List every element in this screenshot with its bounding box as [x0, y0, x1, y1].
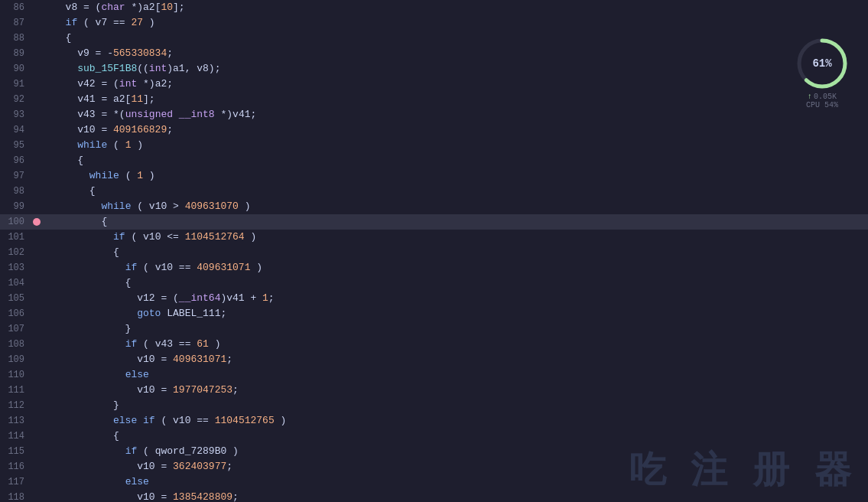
code-line: 108 if ( v43 == 61 ) [0, 337, 868, 352]
code-content: sub_15F1B8((int)a1, v8); [54, 61, 868, 77]
code-line: 97 while ( 1 ) [0, 168, 868, 184]
line-number: 114 [0, 431, 31, 442]
code-line: 94 v10 = 409166829; [0, 122, 868, 138]
code-content: { [54, 429, 868, 444]
line-number: 118 [0, 492, 31, 502]
code-content: v43 = *(unsigned __int8 *)v41; [54, 107, 868, 122]
code-content: { [54, 275, 868, 291]
code-line: 112 } [0, 398, 868, 413]
code-line: 87 if ( v7 == 27 ) [0, 15, 868, 31]
line-number: 109 [0, 354, 31, 365]
code-line: 100 { [0, 214, 868, 230]
line-number: 112 [0, 400, 31, 411]
line-number: 113 [0, 416, 31, 426]
code-line: 86 v8 = (char *)a2[10]; [0, 0, 868, 15]
line-number: 92 [0, 94, 31, 105]
code-line: 92 v41 = a2[11]; [0, 92, 868, 107]
code-line: 95 while ( 1 ) [0, 138, 868, 153]
code-content: } [54, 321, 868, 337]
code-content: if ( qword_7289B0 ) [54, 444, 868, 459]
code-line: 109 v10 = 409631071; [0, 352, 868, 367]
line-number: 93 [0, 109, 31, 120]
line-number: 108 [0, 339, 31, 350]
cpu-indicator: 61% ↑ 0.05K CPU 54% [792, 42, 853, 103]
code-content: { [54, 214, 868, 230]
cpu-stats: ↑ 0.05K CPU 54% [806, 93, 838, 109]
code-content: { [54, 153, 868, 168]
line-number: 97 [0, 171, 31, 181]
code-content: else [54, 367, 868, 383]
line-number: 104 [0, 278, 31, 288]
line-number: 100 [0, 217, 31, 227]
code-content: v9 = -565330834; [54, 46, 868, 61]
line-number: 90 [0, 64, 31, 74]
line-number: 106 [0, 308, 31, 319]
code-content: v10 = 1385428809; [54, 490, 868, 502]
cpu-percent: 61% [812, 57, 831, 70]
code-line: 93 v43 = *(unsigned __int8 *)v41; [0, 107, 868, 122]
code-content: if ( v7 == 27 ) [54, 15, 868, 31]
code-line: 105 v12 = (__int64)v41 + 1; [0, 291, 868, 306]
breakpoint-area[interactable] [31, 218, 43, 226]
code-content: else if ( v10 == 1104512765 ) [54, 413, 868, 429]
code-editor: 86 v8 = (char *)a2[10]; 87 if ( v7 == 27… [0, 0, 868, 502]
code-line: 91 v42 = (int *)a2; [0, 77, 868, 92]
line-number: 98 [0, 186, 31, 197]
line-number: 101 [0, 232, 31, 243]
line-number: 116 [0, 461, 31, 472]
line-number: 89 [0, 48, 31, 59]
code-line: 113 else if ( v10 == 1104512765 ) [0, 413, 868, 429]
code-line: 96 { [0, 153, 868, 168]
line-number: 87 [0, 18, 31, 28]
code-lines-container: 86 v8 = (char *)a2[10]; 87 if ( v7 == 27… [0, 0, 868, 502]
code-line: 114 { [0, 429, 868, 444]
code-content: v8 = (char *)a2[10]; [54, 0, 868, 15]
code-line: 88 { [0, 31, 868, 46]
code-line: 117 else [0, 474, 868, 490]
code-content: v12 = (__int64)v41 + 1; [54, 291, 868, 306]
code-line: 104 { [0, 275, 868, 291]
code-content: v10 = 1977047253; [54, 383, 868, 398]
line-number: 99 [0, 201, 31, 212]
code-line: 116 v10 = 362403977; [0, 459, 868, 474]
line-number: 111 [0, 385, 31, 396]
code-content: if ( v10 == 409631071 ) [54, 260, 868, 275]
line-number: 96 [0, 155, 31, 166]
code-line: 106 goto LABEL_111; [0, 306, 868, 321]
code-line: 107 } [0, 321, 868, 337]
line-number: 91 [0, 79, 31, 90]
code-line: 101 if ( v10 <= 1104512764 ) [0, 230, 868, 245]
line-number: 86 [0, 2, 31, 13]
code-content: while ( 1 ) [54, 138, 868, 153]
code-line: 98 { [0, 184, 868, 199]
code-content: goto LABEL_111; [54, 306, 868, 321]
code-line: 118 v10 = 1385428809; [0, 490, 868, 502]
line-number: 107 [0, 324, 31, 334]
code-line: 102 { [0, 245, 868, 260]
code-line: 99 while ( v10 > 409631070 ) [0, 199, 868, 214]
cpu-upload: ↑ [808, 93, 812, 101]
code-line: 90 sub_15F1B8((int)a1, v8); [0, 61, 868, 77]
code-line: 110 else [0, 367, 868, 383]
code-content: { [54, 245, 868, 260]
code-content: { [54, 31, 868, 46]
line-number: 117 [0, 477, 31, 487]
line-number: 102 [0, 247, 31, 258]
code-line: 103 if ( v10 == 409631071 ) [0, 260, 868, 275]
code-content: if ( v43 == 61 ) [54, 337, 868, 352]
cpu-ring: 61% [795, 37, 849, 90]
cpu-upload-value: 0.05K [814, 93, 837, 101]
line-number: 110 [0, 370, 31, 380]
line-number: 105 [0, 293, 31, 304]
cpu-label: CPU 54% [806, 101, 838, 109]
code-content: if ( v10 <= 1104512764 ) [54, 230, 868, 245]
breakpoint[interactable] [33, 218, 41, 226]
code-content: { [54, 184, 868, 199]
code-content: v10 = 409631071; [54, 352, 868, 367]
code-content: else [54, 474, 868, 490]
line-number: 95 [0, 140, 31, 151]
line-number: 94 [0, 125, 31, 135]
line-number: 103 [0, 262, 31, 273]
code-line: 115 if ( qword_7289B0 ) [0, 444, 868, 459]
code-content: v10 = 362403977; [54, 459, 868, 474]
